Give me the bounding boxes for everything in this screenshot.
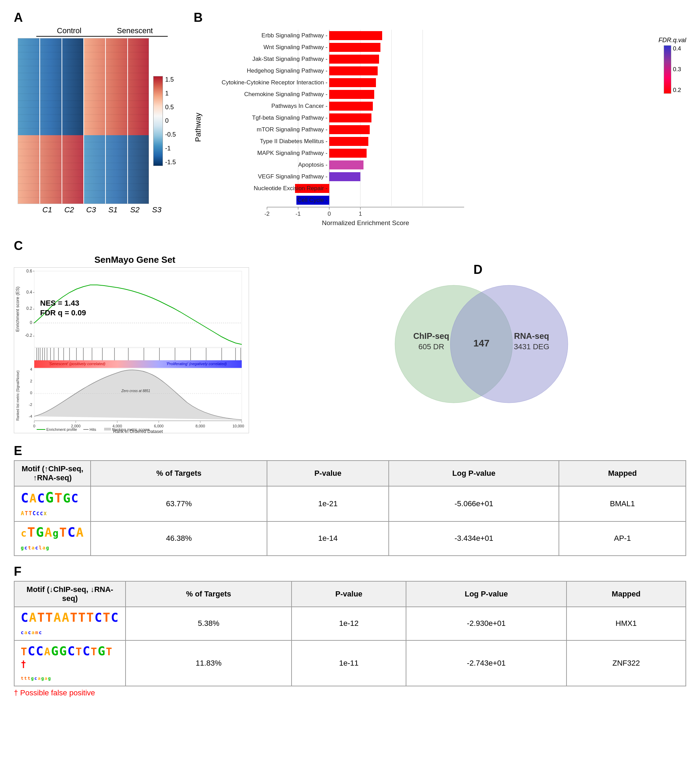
svg-text:Hedgehog Signaling Pathway -: Hedgehog Signaling Pathway - (247, 67, 328, 74)
f-header-mapped: Mapped (567, 581, 686, 607)
f-row1-pct: 5.38% (125, 607, 292, 640)
f-row1-logp: -2.930e+01 (406, 607, 567, 640)
bottom-section: E Motif (↑ChIP-seq, ↑RNA-seq) % of Targe… (14, 444, 686, 698)
f-row2-pct: 11.83% (125, 640, 292, 686)
svg-text:Wnt Signaling Pathway -: Wnt Signaling Pathway - (263, 44, 328, 50)
barplot-legend-title: FDR.q.val (658, 37, 686, 44)
svg-text:0: 0 (328, 211, 331, 217)
svg-text:Tgf-beta Signaling Pathway -: Tgf-beta Signaling Pathway - (252, 115, 328, 121)
svg-text:2: 2 (30, 379, 32, 383)
bar-pathways-cancer (329, 102, 373, 111)
venn-container: ChIP-seq 605 DR RNA-seq 3431 DEG 147 (381, 278, 575, 410)
bar-cytokine (329, 78, 376, 87)
f-row2-pvalue: 1e-11 (292, 640, 406, 686)
false-positive-note: † Possible false positive (14, 688, 686, 698)
svg-text:Enrichment profile: Enrichment profile (46, 427, 77, 431)
f-header-pct: % of Targets (125, 581, 292, 607)
heatmap-bottom-labels: C1 C2 C3 S1 S2 S3 (36, 205, 168, 214)
panel-a-label: A (14, 10, 180, 25)
heatmap-top-labels: Control Senescent (36, 26, 168, 37)
e-header-motif: Motif (↑ChIP-seq, ↑RNA-seq) (14, 461, 91, 486)
f-row1-pvalue: 1e-12 (292, 607, 406, 640)
colorbar-max: 1.5 (165, 76, 176, 83)
col-label-c2: C2 (59, 205, 80, 214)
barplot-main: Erbb Signaling Pathway - Wnt Signaling P… (205, 26, 652, 228)
e-row1-logp: -5.066e+01 (389, 486, 559, 521)
main-container: A Control Senescent (0, 0, 700, 708)
svg-text:Chemokine Signaling Pathway -: Chemokine Signaling Pathway - (244, 91, 328, 98)
e-header-pct: % of Targets (91, 461, 267, 486)
svg-text:0: 0 (30, 391, 32, 395)
svg-text:Ranked list metric (Signal/Noi: Ranked list metric (Signal/Noise) (16, 370, 20, 420)
svg-text:Pathways In Cancer -: Pathways In Cancer - (271, 103, 328, 109)
bar-jakstat (329, 55, 379, 63)
heatmap-body: 1.5 1 0.5 0 -0.5 -1 -1.5 (18, 38, 176, 204)
barplot-ylabel: Pathway (194, 113, 203, 142)
bar-vegf (329, 172, 360, 181)
panel-e-table: Motif (↑ChIP-seq, ↑RNA-seq) % of Targets… (14, 460, 686, 556)
bar-erbb (329, 31, 382, 40)
f-row2-mapped: ZNF322 (567, 640, 686, 686)
svg-text:Cytokine-Cytokine Receptor Int: Cytokine-Cytokine Receptor Interaction - (222, 79, 328, 86)
colorbar-zero: 0 (165, 117, 176, 125)
bar-wnt (329, 43, 380, 52)
colorbar-labels: 1.5 1 0.5 0 -0.5 -1 -1.5 (165, 76, 176, 166)
colorbar-min: -1.5 (165, 159, 176, 166)
bar-mapk (329, 149, 367, 158)
gsea-plot: Enrichment score (ES) 0.6 0.4 0.2 0 -0.2 (14, 267, 249, 433)
svg-text:605 DR: 605 DR (418, 342, 444, 351)
panel-c: C SenMayo Gene Set Enrichment score (ES)… (14, 238, 256, 433)
f-row2-logp: -2.743e+01 (406, 640, 567, 686)
colorbar-mid2: 0.5 (165, 104, 176, 111)
col-label-c3: C3 (81, 205, 101, 214)
svg-text:Normalized Enrichment Score: Normalized Enrichment Score (322, 219, 409, 227)
f-header-logp: Log P-value (406, 581, 567, 607)
panel-f: F Motif (↓ChIP-seq, ↓RNA-seq) % of Targe… (14, 564, 686, 698)
svg-text:Cell Cycle -: Cell Cycle - (297, 197, 328, 203)
heatmap-grid (18, 38, 149, 204)
svg-text:Nucleotide Excision Repair -: Nucleotide Excision Repair - (253, 185, 328, 192)
e-header-mapped: Mapped (559, 461, 686, 486)
panel-d-label: D (473, 262, 482, 277)
legend-val-02: 0.2 (673, 87, 681, 94)
panel-b: B Pathway (194, 10, 686, 228)
panel-d: D ChIP-seq 605 DR RNA-seq 3431 DEG 147 (270, 238, 686, 433)
svg-text:0.2: 0.2 (26, 306, 32, 311)
svg-text:147: 147 (473, 338, 490, 348)
colorbar-gradient (153, 76, 163, 166)
bar-apoptosis (329, 160, 363, 170)
gsea-title: SenMayo Gene Set (14, 255, 256, 265)
middle-row: C SenMayo Gene Set Enrichment score (ES)… (14, 238, 686, 433)
svg-text:RNA-seq: RNA-seq (514, 331, 549, 341)
barplot-svg: Erbb Signaling Pathway - Wnt Signaling P… (205, 26, 502, 227)
svg-text:'Proliferating' (negatively co: 'Proliferating' (negatively correlated) (167, 362, 227, 366)
svg-text:-1: -1 (295, 211, 300, 217)
gsea-svg: Enrichment score (ES) 0.6 0.4 0.2 0 -0.2 (14, 268, 249, 433)
svg-text:Type II Diabetes Mellitus -: Type II Diabetes Mellitus - (260, 138, 328, 145)
table-row: CACGTGC ATTCCCX 63.77% 1e-21 -5.066e+01 … (14, 486, 686, 521)
bar-chemokine (329, 90, 374, 99)
e-header-pvalue: P-value (267, 461, 389, 486)
col-label-s3: S3 (146, 205, 167, 214)
col-label-s1: S1 (103, 205, 123, 214)
svg-text:Apoptosis -: Apoptosis - (298, 162, 328, 168)
svg-text:1: 1 (358, 211, 362, 217)
svg-rect-3 (18, 135, 84, 204)
e-header-logp: Log P-value (389, 461, 559, 486)
table-row: TCCAGGCTCTGT † tttgcagag 11.83% 1e-11 -2… (14, 640, 686, 686)
heatmap-container: Control Senescent (14, 26, 180, 214)
top-row: A Control Senescent (14, 10, 686, 228)
colorbar-neg1: -0.5 (165, 131, 176, 138)
panel-f-table: Motif (↓ChIP-seq, ↓RNA-seq) % of Targets… (14, 581, 686, 686)
panel-b-label: B (194, 10, 686, 25)
svg-text:MAPK Signaling Pathway -: MAPK Signaling Pathway - (257, 150, 328, 156)
svg-text:4: 4 (30, 367, 32, 372)
bar-mtor (329, 125, 370, 134)
svg-text:'Senescent' (positively correl: 'Senescent' (positively correlated) (49, 362, 105, 366)
svg-point-138 (450, 285, 568, 403)
e-motif-1: CACGTGC ATTCCCX (14, 486, 91, 521)
panel-c-label: C (14, 238, 256, 253)
panel-f-label: F (14, 564, 686, 579)
heatmap-senescent-label: Senescent (102, 26, 168, 37)
f-header-pvalue: P-value (292, 581, 406, 607)
